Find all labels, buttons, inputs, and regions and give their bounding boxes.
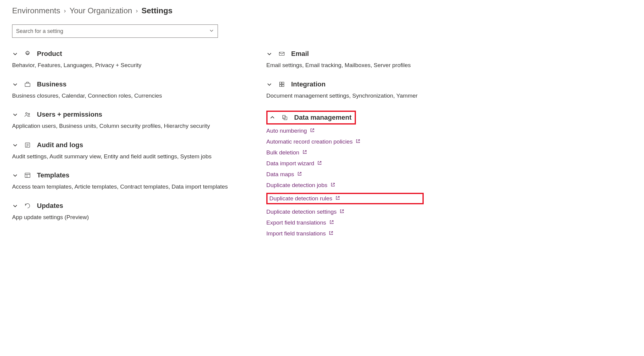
database-icon (281, 114, 288, 121)
link-label: Duplicate detection jobs (266, 182, 327, 189)
svg-point-3 (28, 113, 30, 115)
section-header-audit[interactable]: Audit and logs (12, 141, 242, 149)
link-data-import-wizard[interactable]: Data import wizard (266, 160, 424, 167)
chevron-down-icon[interactable] (209, 28, 214, 34)
section-header-email[interactable]: Email (266, 50, 424, 58)
link-label: Data maps (266, 171, 294, 178)
external-link-icon (329, 230, 334, 237)
external-link-icon (329, 219, 334, 226)
data-management-links: Auto numbering Automatic record creation… (266, 128, 424, 237)
gear-icon (24, 50, 31, 57)
section-updates: Updates App update settings (Preview) (12, 202, 242, 222)
link-data-maps[interactable]: Data maps (266, 171, 424, 178)
svg-rect-14 (280, 85, 281, 86)
left-column: Product Behavior, Features, Languages, P… (12, 50, 242, 248)
link-label: Auto numbering (266, 128, 307, 134)
external-link-icon (356, 138, 360, 145)
link-bulk-deletion[interactable]: Bulk deletion (266, 149, 424, 156)
svg-line-20 (304, 150, 306, 152)
templates-icon (24, 172, 31, 179)
external-link-icon (330, 182, 335, 189)
section-title: Email (291, 50, 309, 58)
section-audit: Audit and logs Audit settings, Audit sum… (12, 141, 242, 161)
svg-rect-15 (282, 85, 284, 86)
svg-line-18 (312, 129, 314, 131)
section-desc: Email settings, Email tracking, Mailboxe… (266, 61, 424, 70)
mail-icon (278, 50, 285, 57)
refresh-icon (24, 202, 31, 209)
external-link-icon (317, 160, 322, 167)
chevron-right-icon: › (136, 7, 138, 14)
chevron-down-icon (12, 112, 18, 118)
external-link-icon (340, 209, 344, 215)
link-label: Data import wizard (266, 160, 314, 167)
section-header-updates[interactable]: Updates (12, 202, 242, 210)
chevron-down-icon (266, 51, 272, 57)
link-export-field-translations[interactable]: Export field translations (266, 219, 424, 226)
external-link-icon (297, 171, 302, 178)
section-desc: Business closures, Calendar, Connection … (12, 92, 242, 100)
chevron-down-icon (12, 81, 18, 87)
chevron-down-icon (12, 172, 18, 178)
section-desc: Application users, Business units, Colum… (12, 122, 242, 130)
link-label: Duplicate detection rules (269, 195, 332, 202)
section-header-data-management[interactable]: Data management (269, 114, 352, 121)
section-header-product[interactable]: Product (12, 50, 242, 58)
chevron-down-icon (12, 203, 18, 209)
section-product: Product Behavior, Features, Languages, P… (12, 50, 242, 70)
section-desc: Document management settings, Synchroniz… (266, 92, 424, 100)
highlight-data-management: Data management (266, 111, 356, 125)
breadcrumb: Environments › Your Organization › Setti… (12, 6, 632, 15)
link-auto-numbering[interactable]: Auto numbering (266, 128, 424, 134)
section-header-templates[interactable]: Templates (12, 171, 242, 179)
section-header-users[interactable]: Users + permissions (12, 111, 242, 118)
section-data-management: Data management Auto numbering Automatic… (266, 111, 424, 237)
section-desc: Access team templates, Article templates… (12, 183, 242, 191)
svg-line-27 (331, 231, 333, 233)
section-title: Templates (37, 171, 69, 179)
breadcrumb-environments[interactable]: Environments (12, 6, 60, 15)
link-duplicate-detection-jobs[interactable]: Duplicate detection jobs (266, 182, 424, 189)
link-import-field-translations[interactable]: Import field translations (266, 230, 424, 237)
link-label: Bulk deletion (266, 149, 299, 156)
svg-line-25 (342, 210, 343, 212)
svg-rect-11 (279, 52, 284, 56)
svg-line-24 (337, 196, 339, 198)
section-title: Product (37, 50, 62, 58)
breadcrumb-organization[interactable]: Your Organization (70, 6, 132, 15)
section-header-business[interactable]: Business (12, 80, 242, 88)
chevron-right-icon: › (64, 7, 66, 14)
svg-line-22 (299, 172, 301, 174)
link-label: Import field translations (266, 230, 326, 237)
section-title: Audit and logs (37, 141, 83, 149)
svg-rect-12 (280, 82, 281, 84)
link-duplicate-detection-settings[interactable]: Duplicate detection settings (266, 209, 424, 215)
chevron-down-icon (12, 51, 18, 57)
svg-line-19 (358, 140, 360, 141)
section-header-integration[interactable]: Integration (266, 80, 424, 88)
section-email: Email Email settings, Email tracking, Ma… (266, 50, 424, 70)
section-title: Integration (291, 80, 326, 88)
section-users: Users + permissions Application users, B… (12, 111, 242, 130)
section-title: Users + permissions (37, 111, 102, 118)
list-icon (24, 142, 31, 148)
svg-line-21 (319, 161, 321, 163)
section-title: Business (37, 80, 67, 88)
search-input[interactable] (16, 28, 209, 34)
link-duplicate-detection-rules[interactable]: Duplicate detection rules (269, 195, 340, 202)
chevron-down-icon (12, 142, 18, 148)
search-box[interactable] (12, 24, 218, 38)
right-column: Email Email settings, Email tracking, Ma… (266, 50, 424, 248)
section-business: Business Business closures, Calendar, Co… (12, 80, 242, 100)
svg-point-2 (26, 113, 28, 115)
external-link-icon (302, 149, 307, 156)
svg-rect-8 (25, 173, 30, 178)
people-icon (24, 111, 31, 118)
section-title: Updates (37, 202, 63, 210)
grid-icon (278, 81, 285, 88)
link-label: Export field translations (266, 219, 326, 226)
link-label: Automatic record creation policies (266, 138, 353, 145)
link-auto-record-creation[interactable]: Automatic record creation policies (266, 138, 424, 145)
section-desc: App update settings (Preview) (12, 213, 242, 222)
svg-line-23 (333, 183, 334, 185)
